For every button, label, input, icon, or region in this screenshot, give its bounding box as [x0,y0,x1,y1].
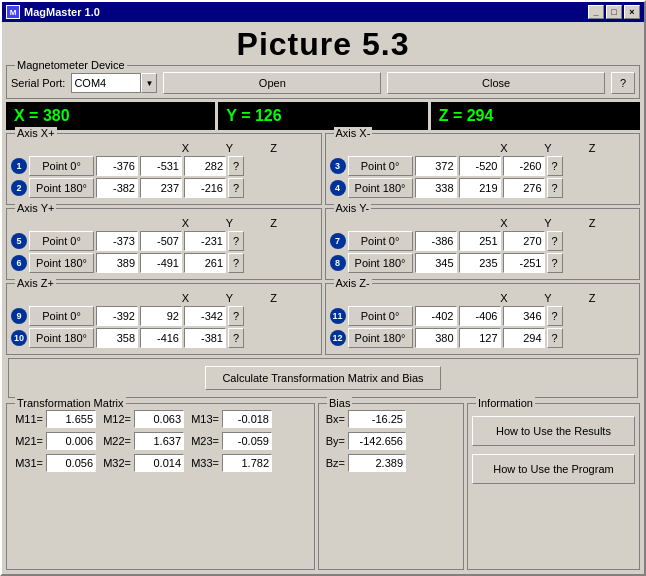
zminus-p0-help[interactable]: ? [547,306,563,326]
yminus-p0-help[interactable]: ? [547,231,563,251]
point-number-11: 11 [330,308,346,324]
zminus-point0-button[interactable]: Point 0° [348,306,413,326]
m12-label: M12= [99,413,131,425]
serial-port-dropdown-arrow[interactable]: ▼ [141,73,157,93]
help-button[interactable]: ? [611,72,635,94]
xminus-p180-z: 276 [503,178,545,198]
maximize-button[interactable]: □ [606,5,622,19]
m33-field[interactable]: 1.782 [222,454,272,472]
yminus-p180-help[interactable]: ? [547,253,563,273]
how-to-use-program-button[interactable]: How to Use the Program [472,454,635,484]
open-button[interactable]: Open [163,72,381,94]
axis-zplus-group: Axis Z+ X Y Z 9 Point 0° -392 92 -342 ? … [6,283,322,355]
zplus-p0-help[interactable]: ? [228,306,244,326]
xplus-p0-y: -531 [140,156,182,176]
serial-port-combo[interactable]: COM4 [71,73,141,93]
transform-label: Transformation Matrix [15,397,126,409]
bz-field[interactable]: 2.389 [348,454,406,472]
xplus-p180-z: -216 [184,178,226,198]
yminus-point0-button[interactable]: Point 0° [348,231,413,251]
point-number-10: 10 [11,330,27,346]
m23-field[interactable]: -0.059 [222,432,272,450]
axis-yminus-header: X Y Z [330,217,636,229]
yminus-p180-y: 235 [459,253,501,273]
axis-yplus-label: Axis Y+ [15,202,56,214]
axis-yplus-group: Axis Y+ X Y Z 5 Point 0° -373 -507 -231 … [6,208,322,280]
m32-field[interactable]: 0.014 [134,454,184,472]
bx-field[interactable]: -16.25 [348,410,406,428]
yminus-p0-z: 270 [503,231,545,251]
zplus-p180-help[interactable]: ? [228,328,244,348]
xminus-point0-button[interactable]: Point 0° [348,156,413,176]
table-row: 9 Point 0° -392 92 -342 ? [11,306,317,326]
bz-label: Bz= [323,457,345,469]
zplus-point180-button[interactable]: Point 180° [29,328,94,348]
m12-field[interactable]: 0.063 [134,410,184,428]
bias-group: Bias Bx= -16.25 By= -142.656 Bz= 2.389 [318,403,464,570]
m21-field[interactable]: 0.006 [46,432,96,450]
yplus-p0-y: -507 [140,231,182,251]
axis-xminus-label: Axis X- [334,127,373,139]
xplus-point0-button[interactable]: Point 0° [29,156,94,176]
zminus-p180-help[interactable]: ? [547,328,563,348]
m31-field[interactable]: 0.056 [46,454,96,472]
xplus-p180-x: -382 [96,178,138,198]
m22-field[interactable]: 1.637 [134,432,184,450]
y-display: Y = 126 [218,102,427,130]
point-number-8: 8 [330,255,346,271]
axis-zminus-label: Axis Z- [334,277,372,289]
table-row: 7 Point 0° -386 251 270 ? [330,231,636,251]
xplus-p0-x: -376 [96,156,138,176]
yplus-point0-button[interactable]: Point 0° [29,231,94,251]
table-row: 5 Point 0° -373 -507 -231 ? [11,231,317,251]
m13-field[interactable]: -0.018 [222,410,272,428]
yminus-point180-button[interactable]: Point 180° [348,253,413,273]
yplus-point180-button[interactable]: Point 180° [29,253,94,273]
serial-port-label: Serial Port: [11,77,65,89]
bias-row-bz: Bz= 2.389 [323,454,459,472]
zplus-p180-x: 358 [96,328,138,348]
yplus-p180-x: 389 [96,253,138,273]
by-field[interactable]: -142.656 [348,432,406,450]
minimize-button[interactable]: _ [588,5,604,19]
table-row: 6 Point 180° 389 -491 261 ? [11,253,317,273]
info-label: Information [476,397,535,409]
how-to-use-results-button[interactable]: How to Use the Results [472,416,635,446]
info-group: Information How to Use the Results How t… [467,403,640,570]
point-number-2: 2 [11,180,27,196]
zplus-point0-button[interactable]: Point 0° [29,306,94,326]
zminus-point180-button[interactable]: Point 180° [348,328,413,348]
m11-field[interactable]: 1.655 [46,410,96,428]
point-number-9: 9 [11,308,27,324]
yplus-p0-help[interactable]: ? [228,231,244,251]
xminus-p0-help[interactable]: ? [547,156,563,176]
matrix-row-2: M21= 0.006 M22= 1.637 M23= -0.059 [11,432,310,450]
table-row: 1 Point 0° -376 -531 282 ? [11,156,317,176]
axes-row-2: Axis Y+ X Y Z 5 Point 0° -373 -507 -231 … [6,208,640,280]
xminus-p180-help[interactable]: ? [547,178,563,198]
axis-yplus-header: X Y Z [11,217,317,229]
close-button[interactable]: × [624,5,640,19]
point-number-5: 5 [11,233,27,249]
xplus-p180-help[interactable]: ? [228,178,244,198]
calculate-button[interactable]: Calculate Transformation Matrix and Bias [205,366,440,390]
yminus-p180-z: -251 [503,253,545,273]
close-button[interactable]: Close [387,72,605,94]
xminus-point180-button[interactable]: Point 180° [348,178,413,198]
app-icon: M [6,5,20,19]
axis-zplus-header: X Y Z [11,292,317,304]
axes-row-1: Axis X+ X Y Z 1 Point 0° -376 -531 282 ? [6,133,640,205]
xplus-point180-button[interactable]: Point 180° [29,178,94,198]
point-number-12: 12 [330,330,346,346]
m13-label: M13= [187,413,219,425]
point-number-3: 3 [330,158,346,174]
by-label: By= [323,435,345,447]
yplus-p180-help[interactable]: ? [228,253,244,273]
zminus-p180-x: 380 [415,328,457,348]
table-row: 8 Point 180° 345 235 -251 ? [330,253,636,273]
xplus-p0-help[interactable]: ? [228,156,244,176]
titlebar-title-area: M MagMaster 1.0 [6,5,100,19]
axes-row-3: Axis Z+ X Y Z 9 Point 0° -392 92 -342 ? … [6,283,640,355]
xminus-p180-y: 219 [459,178,501,198]
m32-label: M32= [99,457,131,469]
